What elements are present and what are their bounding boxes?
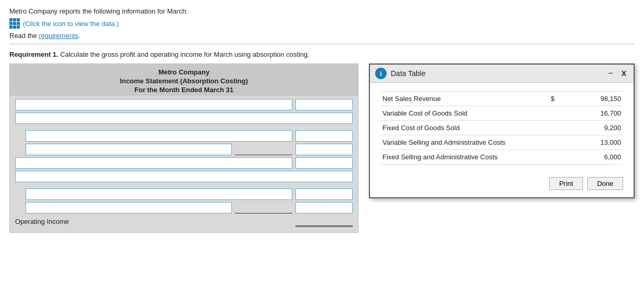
requirement-label: Requirement 1. bbox=[9, 51, 58, 58]
row-7 bbox=[15, 188, 353, 200]
popup-titlebar: i Data Table − X bbox=[370, 65, 634, 83]
requirements-link[interactable]: requirements bbox=[39, 32, 78, 40]
operating-income-input[interactable] bbox=[295, 216, 353, 227]
grid-icon bbox=[9, 18, 20, 29]
data-row-symbol bbox=[538, 106, 558, 121]
table-body: Operating Income bbox=[10, 96, 358, 232]
row-5 bbox=[15, 157, 353, 169]
data-row-label: Fixed Selling and Administrative Costs bbox=[380, 150, 538, 165]
data-row-label: Variable Selling and Administrative Cost… bbox=[380, 135, 538, 150]
data-row-value: 16,700 bbox=[558, 106, 623, 121]
row6-label bbox=[15, 171, 353, 182]
operating-income-label: Operating Income bbox=[15, 218, 119, 225]
print-button[interactable]: Print bbox=[549, 177, 583, 190]
row1-label-input[interactable] bbox=[15, 99, 292, 110]
row3-val1 bbox=[295, 130, 353, 142]
row4-label bbox=[26, 144, 232, 155]
row1-value-input[interactable] bbox=[295, 99, 353, 110]
close-button[interactable]: X bbox=[620, 69, 628, 78]
period: For the Month Ended March 31 bbox=[12, 86, 356, 94]
row-8 bbox=[15, 202, 353, 213]
income-statement-container: Metro Company Income Statement (Absorpti… bbox=[9, 64, 358, 233]
company-name: Metro Company bbox=[12, 68, 356, 76]
intro-line1: Metro Company reports the following info… bbox=[9, 7, 635, 15]
spacer1 bbox=[15, 126, 353, 130]
data-row-symbol bbox=[538, 121, 558, 135]
data-row-symbol: $ bbox=[538, 92, 558, 106]
row4-label-input[interactable] bbox=[26, 144, 232, 155]
row8-val1 bbox=[235, 202, 292, 213]
data-table: Net Sales Revenue $ 98,150 Variable Cost… bbox=[380, 91, 623, 165]
row-4 bbox=[15, 144, 353, 155]
data-icon-link[interactable]: (Click the icon to view the data.) bbox=[23, 20, 119, 28]
row5-val2-input[interactable] bbox=[295, 157, 353, 169]
info-icon: i bbox=[375, 68, 387, 79]
operating-income-val bbox=[295, 216, 353, 227]
row7-val1-input[interactable] bbox=[295, 188, 353, 200]
data-row-symbol bbox=[538, 150, 558, 165]
row8-val1-input[interactable] bbox=[235, 202, 292, 213]
data-row-value: 6,000 bbox=[558, 150, 623, 165]
row7-val1 bbox=[295, 188, 353, 200]
row6-label-input[interactable] bbox=[15, 171, 353, 182]
data-row-label: Variable Cost of Goods Sold bbox=[380, 106, 538, 121]
row7-label-input[interactable] bbox=[26, 188, 292, 200]
row1-label bbox=[15, 99, 292, 110]
data-table-row: Fixed Selling and Administrative Costs 6… bbox=[380, 150, 623, 165]
row-6 bbox=[15, 171, 353, 182]
data-row-label: Net Sales Revenue bbox=[380, 92, 538, 106]
data-table-row: Net Sales Revenue $ 98,150 bbox=[380, 92, 623, 106]
requirement-line: Requirement 1. Calculate the gross profi… bbox=[9, 51, 635, 58]
row5-val2 bbox=[295, 157, 353, 169]
row4-val2-input[interactable] bbox=[295, 144, 353, 155]
requirement-text: Calculate the gross profit and operating… bbox=[58, 51, 309, 58]
row7-label bbox=[26, 188, 292, 200]
popup-title-left: i Data Table bbox=[375, 68, 426, 79]
row2-label-input[interactable] bbox=[15, 112, 353, 124]
data-row-symbol bbox=[538, 135, 558, 150]
popup-controls: − X bbox=[606, 69, 628, 78]
row4-val1 bbox=[235, 144, 292, 155]
operating-income-row: Operating Income bbox=[15, 216, 353, 227]
read-text: Read the bbox=[9, 32, 39, 40]
popup-body: Net Sales Revenue $ 98,150 Variable Cost… bbox=[370, 83, 634, 172]
data-row-value: 13,000 bbox=[558, 135, 623, 150]
divider bbox=[9, 44, 635, 44]
row3-label bbox=[26, 130, 292, 142]
row1-val2 bbox=[295, 99, 353, 110]
popup-footer: Print Done bbox=[370, 172, 634, 197]
spacer2 bbox=[15, 184, 353, 188]
done-button[interactable]: Done bbox=[587, 177, 623, 190]
popup-title-text: Data Table bbox=[391, 69, 426, 78]
row4-val1-input[interactable] bbox=[235, 144, 292, 155]
data-row-value: 98,150 bbox=[558, 92, 623, 106]
data-row-value: 9,200 bbox=[558, 121, 623, 135]
main-area: Metro Company Income Statement (Absorpti… bbox=[9, 64, 635, 233]
statement-name: Income Statement (Absorption Costing) bbox=[12, 77, 356, 85]
minimize-button[interactable]: − bbox=[606, 69, 615, 78]
data-row-label: Fixed Cost of Goods Sold bbox=[380, 121, 538, 135]
data-table-popup: i Data Table − X Net Sales Revenue $ 98,… bbox=[369, 64, 635, 198]
row5-label bbox=[15, 157, 292, 169]
row4-val2 bbox=[295, 144, 353, 155]
row8-label-input[interactable] bbox=[26, 202, 232, 213]
read-line: Read the requirements. bbox=[9, 32, 635, 40]
row3-label-input[interactable] bbox=[26, 130, 292, 142]
row8-val2-input[interactable] bbox=[295, 202, 353, 213]
row8-val2 bbox=[295, 202, 353, 213]
read-period: . bbox=[78, 32, 80, 40]
data-table-row: Variable Selling and Administrative Cost… bbox=[380, 135, 623, 150]
data-table-row: Fixed Cost of Goods Sold 9,200 bbox=[380, 121, 623, 135]
row-1 bbox=[15, 99, 353, 110]
row8-label bbox=[26, 202, 232, 213]
row3-value-input[interactable] bbox=[295, 130, 353, 142]
data-table-row: Variable Cost of Goods Sold 16,700 bbox=[380, 106, 623, 121]
row2-label bbox=[15, 112, 353, 124]
row-3 bbox=[15, 130, 353, 142]
table-header: Metro Company Income Statement (Absorpti… bbox=[10, 64, 358, 96]
row-2 bbox=[15, 112, 353, 124]
row5-label-input[interactable] bbox=[15, 157, 292, 169]
